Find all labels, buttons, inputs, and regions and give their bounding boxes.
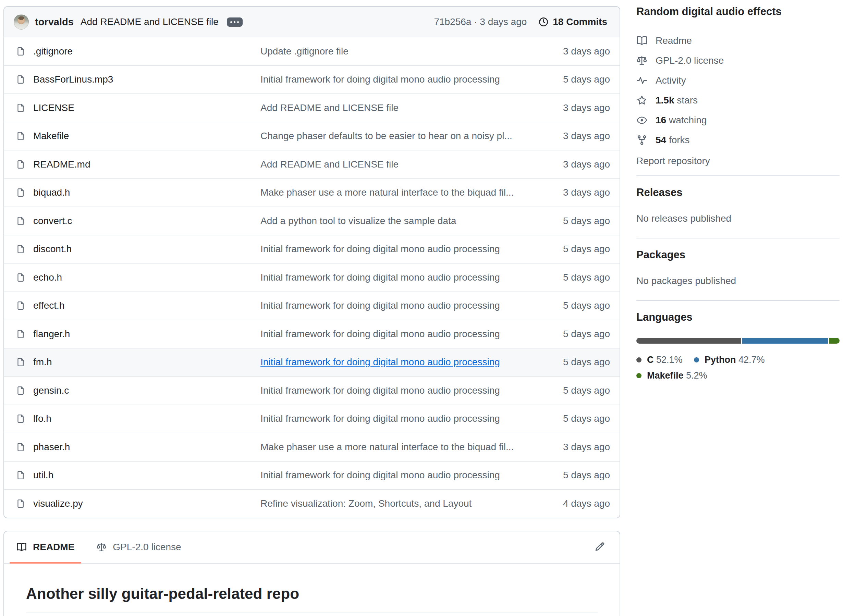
commit-author-link[interactable]: torvalds (35, 16, 74, 28)
language-dot-icon (636, 357, 642, 362)
file-name-cell: echo.h (4, 272, 260, 283)
file-icon (16, 273, 26, 282)
file-name[interactable]: fm.h (33, 356, 52, 368)
file-updated: 4 days ago (534, 498, 620, 509)
languages-heading: Languages (636, 311, 840, 323)
sidebar-item-watching[interactable]: 16 watching (636, 110, 840, 130)
file-name[interactable]: effect.h (33, 300, 65, 311)
file-updated: 5 days ago (534, 216, 620, 226)
file-name[interactable]: convert.c (33, 216, 72, 226)
file-icon (16, 442, 26, 452)
sidebar-item-readme[interactable]: Readme (636, 31, 840, 51)
repo-sidebar: Random digital audio effects ReadmeGPL-2… (636, 3, 840, 383)
file-commit-message[interactable]: Initial framework for doing digital mono… (260, 356, 500, 367)
file-name[interactable]: .gitignore (33, 46, 73, 57)
commit-message-link[interactable]: Add README and LICENSE file (81, 16, 219, 28)
file-commit-message[interactable]: Initial framework for doing digital mono… (260, 243, 500, 254)
sidebar-item-label: 1.5k stars (655, 95, 698, 106)
language-item-c[interactable]: C 52.1% (636, 352, 694, 368)
language-bar-segment-python (742, 338, 828, 344)
file-name[interactable]: README.md (33, 159, 90, 170)
file-commit-message[interactable]: Initial framework for doing digital mono… (260, 74, 500, 85)
file-name-cell: effect.h (4, 300, 260, 311)
sidebar-item-gpl-2-0-license[interactable]: GPL-2.0 license (636, 51, 840, 70)
file-name[interactable]: util.h (33, 470, 53, 481)
language-item-python[interactable]: Python 42.7% (694, 352, 765, 368)
file-name[interactable]: gensin.c (33, 385, 69, 396)
file-icon (16, 414, 26, 424)
file-commit-message[interactable]: Refine visualization: Zoom, Shortcuts, a… (260, 498, 471, 509)
sidebar-item-label: Readme (655, 35, 692, 46)
table-row: visualize.py Refine visualization: Zoom,… (4, 489, 620, 518)
file-name[interactable]: BassForLinus.mp3 (33, 74, 113, 85)
avatar[interactable] (14, 15, 29, 29)
file-updated: 3 days ago (534, 441, 620, 453)
language-item-makefile[interactable]: Makefile 5.2% (636, 368, 707, 383)
tab-readme[interactable]: README (10, 531, 81, 563)
file-commit-message[interactable]: Make phaser use a more natural interface… (260, 441, 514, 452)
file-icon (16, 499, 26, 508)
book-icon (636, 35, 647, 46)
tab-gpl-2-0-license[interactable]: GPL-2.0 license (90, 531, 188, 563)
languages-bar[interactable] (636, 338, 840, 344)
sidebar-item-forks[interactable]: 54 forks (636, 130, 840, 150)
file-commit-message[interactable]: Add README and LICENSE file (260, 159, 398, 170)
law-icon (636, 55, 647, 66)
file-name[interactable]: lfo.h (33, 413, 51, 424)
language-label: C 52.1% (647, 355, 683, 365)
commits-link[interactable]: 18 Commits (538, 16, 607, 28)
repo-meta-list: ReadmeGPL-2.0 licenseActivity1.5k stars1… (636, 31, 840, 150)
table-row: biquad.h Make phaser use a more natural … (4, 179, 620, 207)
file-name[interactable]: biquad.h (33, 187, 70, 198)
file-name-cell: Makefile (4, 131, 260, 141)
commit-hash-and-date[interactable]: 71b256a · 3 days ago (434, 16, 527, 28)
file-name[interactable]: visualize.py (33, 498, 83, 509)
sidebar-item-activity[interactable]: Activity (636, 70, 840, 91)
file-commit-message[interactable]: Initial framework for doing digital mono… (260, 470, 500, 480)
file-icon (16, 47, 26, 56)
repo-description: Random digital audio effects (636, 6, 840, 18)
file-commit-message[interactable]: Change phaser defaults to be easier to h… (260, 131, 512, 141)
file-name[interactable]: flanger.h (33, 329, 70, 340)
file-updated: 5 days ago (534, 470, 620, 481)
file-name[interactable]: Makefile (33, 131, 69, 141)
sidebar-divider (636, 175, 840, 176)
file-commit-message[interactable]: Add README and LICENSE file (260, 103, 398, 113)
table-row: Makefile Change phaser defaults to be ea… (4, 122, 620, 150)
file-commit-message[interactable]: Initial framework for doing digital mono… (260, 300, 500, 311)
file-updated: 3 days ago (534, 46, 620, 57)
file-commit-message[interactable]: Initial framework for doing digital mono… (260, 385, 500, 396)
file-commit-message[interactable]: Make phaser use a more natural interface… (260, 187, 514, 198)
file-commit-message[interactable]: Initial framework for doing digital mono… (260, 413, 500, 424)
latest-commit-bar: torvalds Add README and LICENSE file 71b… (4, 7, 620, 37)
sidebar-item-stars[interactable]: 1.5k stars (636, 91, 840, 110)
commit-ellipsis-button[interactable] (227, 18, 242, 27)
table-row: gensin.c Initial framework for doing dig… (4, 376, 620, 405)
file-name-cell: phaser.h (4, 441, 260, 453)
report-repository-link[interactable]: Report repository (636, 155, 840, 167)
file-commit-message[interactable]: Add a python tool to visualize the sampl… (260, 216, 456, 226)
readme-heading: Another silly guitar-pedal-related repo (26, 584, 598, 603)
releases-heading[interactable]: Releases (636, 186, 840, 199)
table-row: echo.h Initial framework for doing digit… (4, 263, 620, 292)
language-dot-icon (636, 373, 642, 378)
file-commit-message[interactable]: Initial framework for doing digital mono… (260, 329, 500, 339)
file-icon (16, 386, 26, 395)
file-commit-message[interactable]: Initial framework for doing digital mono… (260, 272, 500, 283)
tab-label: GPL-2.0 license (113, 542, 181, 553)
table-row: lfo.h Initial framework for doing digita… (4, 405, 620, 433)
sidebar-item-label: 54 forks (655, 135, 690, 145)
file-updated: 5 days ago (534, 356, 620, 368)
file-name[interactable]: discont.h (33, 243, 72, 255)
edit-readme-pencil-icon[interactable] (594, 542, 605, 552)
releases-empty-text: No releases published (636, 213, 840, 224)
file-name[interactable]: phaser.h (33, 441, 70, 453)
file-name[interactable]: echo.h (33, 272, 62, 283)
file-name-cell: gensin.c (4, 385, 260, 396)
table-row: LICENSE Add README and LICENSE file 3 da… (4, 94, 620, 122)
file-commit-message[interactable]: Update .gitignore file (260, 46, 348, 57)
table-row: flanger.h Initial framework for doing di… (4, 320, 620, 348)
star-icon (636, 95, 647, 106)
packages-heading[interactable]: Packages (636, 249, 840, 261)
file-name[interactable]: LICENSE (33, 103, 74, 113)
